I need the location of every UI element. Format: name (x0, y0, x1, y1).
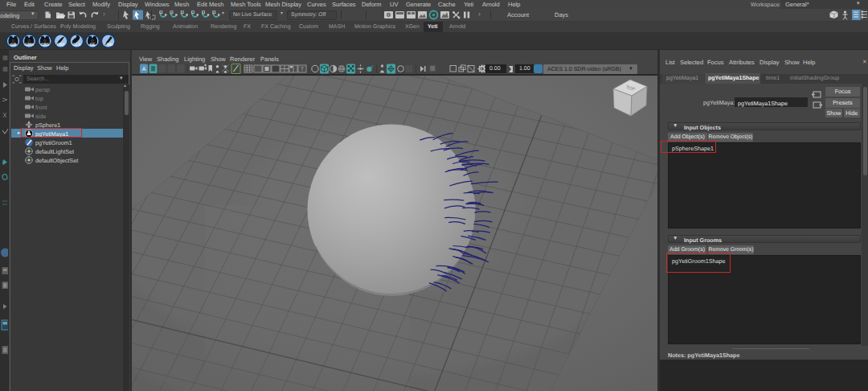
svg-text:CRS: CRS (41, 43, 50, 47)
svg-text:GRM: GRM (104, 43, 113, 47)
svg-text:GR: GR (10, 43, 17, 47)
svg-text:CLS: CLS (72, 43, 81, 47)
svg-text:GE: GE (89, 43, 96, 47)
svg-text:A: A (142, 67, 146, 72)
svg-text:T: T (301, 67, 304, 72)
svg-text:GRM: GRM (24, 43, 34, 47)
svg-text:CRF: CRF (56, 43, 64, 47)
